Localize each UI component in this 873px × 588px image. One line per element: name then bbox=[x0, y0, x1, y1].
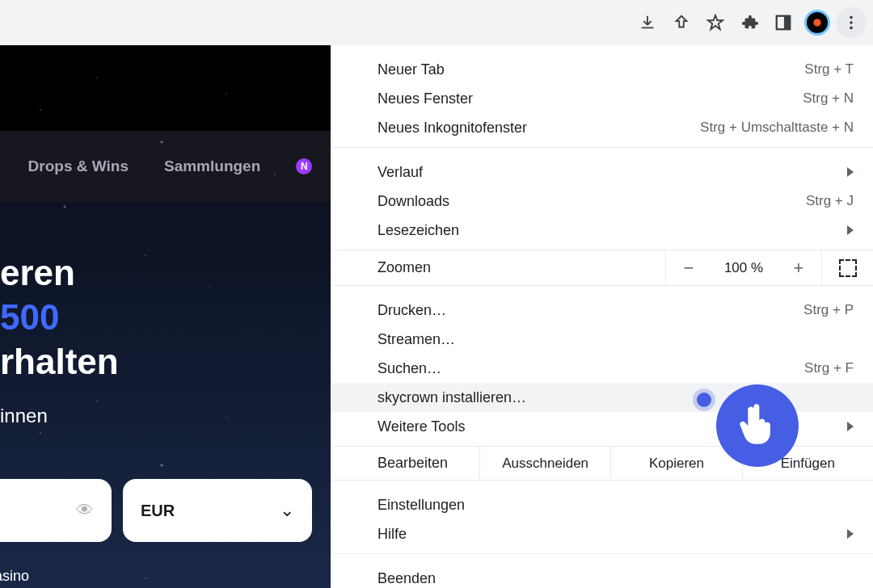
menu-label: skycrown installieren… bbox=[377, 389, 526, 406]
menu-help[interactable]: Hilfe bbox=[331, 519, 873, 548]
edit-cut-button[interactable]: Ausschneiden bbox=[479, 447, 610, 480]
zoom-value: 100 % bbox=[711, 260, 776, 276]
download-icon[interactable] bbox=[632, 7, 663, 38]
menu-label: Neues Inkognitofenster bbox=[377, 120, 527, 136]
menu-label: Einstellungen bbox=[377, 497, 465, 514]
menu-label: Lesezeichen bbox=[377, 222, 459, 239]
menu-label: Beenden bbox=[377, 570, 436, 587]
menu-label: Weitere Tools bbox=[377, 418, 465, 435]
password-field[interactable]: 👁 bbox=[0, 479, 112, 542]
menu-shortcut: Strg + J bbox=[806, 193, 854, 209]
menu-label: Neuer Tab bbox=[377, 61, 445, 78]
pointer-indicator bbox=[697, 393, 711, 407]
browser-menu-button[interactable] bbox=[836, 7, 867, 38]
chevron-right-icon bbox=[847, 422, 854, 431]
menu-new-window[interactable]: Neues Fenster Strg + N bbox=[331, 84, 873, 113]
menu-stream[interactable]: Streamen… bbox=[331, 325, 873, 354]
chevron-right-icon bbox=[847, 225, 854, 235]
browser-menu: Neuer Tab Strg + T Neues Fenster Strg + … bbox=[331, 45, 873, 588]
star-icon[interactable] bbox=[700, 7, 731, 38]
menu-label: Neues Fenster bbox=[377, 90, 473, 107]
svg-rect-1 bbox=[784, 16, 790, 30]
chevron-right-icon bbox=[847, 167, 854, 177]
menu-history[interactable]: Verlauf bbox=[331, 158, 873, 187]
menu-zoom-row: Zoomen − 100 % + bbox=[331, 250, 873, 285]
menu-new-incognito[interactable]: Neues Inkognitofenster Strg + Umschaltta… bbox=[331, 113, 873, 142]
menu-label: Suchen… bbox=[377, 360, 441, 377]
menu-search[interactable]: Suchen… Strg + F bbox=[331, 354, 873, 383]
menu-edit-row: Bearbeiten Ausschneiden Kopieren Einfüge… bbox=[331, 446, 873, 480]
menu-bookmarks[interactable]: Lesezeichen bbox=[331, 216, 873, 245]
fullscreen-icon bbox=[839, 259, 857, 277]
menu-label: Hilfe bbox=[377, 526, 407, 543]
share-icon[interactable] bbox=[666, 7, 697, 38]
eye-icon[interactable]: 👁 bbox=[76, 500, 94, 521]
menu-print[interactable]: Drucken… Strg + P bbox=[331, 296, 873, 325]
menu-label: Verlauf bbox=[377, 164, 423, 181]
menu-shortcut: Strg + P bbox=[803, 302, 854, 318]
menu-new-tab[interactable]: Neuer Tab Strg + T bbox=[331, 55, 873, 84]
profile-avatar[interactable] bbox=[802, 7, 833, 38]
menu-downloads[interactable]: Downloads Strg + J bbox=[331, 187, 873, 216]
zoom-out-button[interactable]: − bbox=[666, 250, 711, 285]
reader-icon[interactable] bbox=[768, 7, 799, 38]
menu-shortcut: Strg + F bbox=[804, 360, 854, 376]
extensions-icon[interactable] bbox=[734, 7, 765, 38]
browser-toolbar bbox=[0, 0, 873, 45]
chevron-right-icon bbox=[847, 529, 854, 539]
edit-label: Bearbeiten bbox=[331, 447, 479, 480]
svg-point-3 bbox=[850, 21, 853, 24]
pointer-hand-overlay bbox=[716, 384, 799, 467]
currency-select[interactable]: EUR ⌄ bbox=[123, 479, 312, 542]
currency-label: EUR bbox=[141, 502, 175, 520]
menu-shortcut: Strg + T bbox=[804, 61, 854, 78]
menu-shortcut: Strg + N bbox=[803, 90, 854, 107]
svg-point-4 bbox=[850, 27, 853, 30]
chevron-down-icon: ⌄ bbox=[280, 500, 294, 521]
fullscreen-button[interactable] bbox=[821, 250, 873, 285]
edit-copy-button[interactable]: Kopieren bbox=[610, 447, 741, 480]
menu-settings[interactable]: Einstellungen bbox=[331, 490, 873, 519]
zoom-in-button[interactable]: + bbox=[776, 250, 821, 285]
menu-quit[interactable]: Beenden bbox=[331, 564, 873, 588]
zoom-label: Zoomen bbox=[331, 259, 665, 276]
menu-label: Drucken… bbox=[377, 302, 446, 319]
svg-point-2 bbox=[850, 16, 853, 19]
menu-label: Downloads bbox=[377, 193, 449, 210]
menu-shortcut: Strg + Umschalttaste + N bbox=[700, 120, 854, 136]
menu-label: Streamen… bbox=[377, 331, 455, 348]
